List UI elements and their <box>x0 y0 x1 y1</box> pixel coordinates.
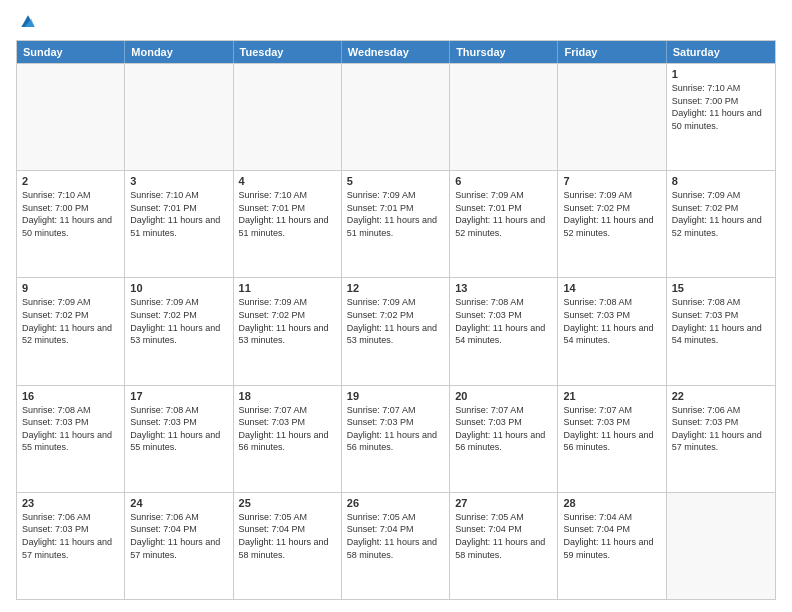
day-info: Sunrise: 7:07 AM Sunset: 7:03 PM Dayligh… <box>239 404 336 454</box>
day-number: 10 <box>130 282 227 294</box>
calendar-week-4: 16Sunrise: 7:08 AM Sunset: 7:03 PM Dayli… <box>17 385 775 492</box>
calendar-week-2: 2Sunrise: 7:10 AM Sunset: 7:00 PM Daylig… <box>17 170 775 277</box>
calendar-day-21: 21Sunrise: 7:07 AM Sunset: 7:03 PM Dayli… <box>558 386 666 492</box>
calendar-day-23: 23Sunrise: 7:06 AM Sunset: 7:03 PM Dayli… <box>17 493 125 599</box>
calendar-day-15: 15Sunrise: 7:08 AM Sunset: 7:03 PM Dayli… <box>667 278 775 384</box>
day-info: Sunrise: 7:05 AM Sunset: 7:04 PM Dayligh… <box>239 511 336 561</box>
calendar-day-12: 12Sunrise: 7:09 AM Sunset: 7:02 PM Dayli… <box>342 278 450 384</box>
day-info: Sunrise: 7:09 AM Sunset: 7:02 PM Dayligh… <box>239 296 336 346</box>
day-info: Sunrise: 7:09 AM Sunset: 7:01 PM Dayligh… <box>455 189 552 239</box>
day-info: Sunrise: 7:07 AM Sunset: 7:03 PM Dayligh… <box>455 404 552 454</box>
day-info: Sunrise: 7:10 AM Sunset: 7:00 PM Dayligh… <box>672 82 770 132</box>
day-info: Sunrise: 7:08 AM Sunset: 7:03 PM Dayligh… <box>22 404 119 454</box>
day-info: Sunrise: 7:05 AM Sunset: 7:04 PM Dayligh… <box>347 511 444 561</box>
day-info: Sunrise: 7:08 AM Sunset: 7:03 PM Dayligh… <box>563 296 660 346</box>
day-number: 23 <box>22 497 119 509</box>
day-number: 9 <box>22 282 119 294</box>
calendar-day-28: 28Sunrise: 7:04 AM Sunset: 7:04 PM Dayli… <box>558 493 666 599</box>
calendar-day-1: 1Sunrise: 7:10 AM Sunset: 7:00 PM Daylig… <box>667 64 775 170</box>
calendar-day-8: 8Sunrise: 7:09 AM Sunset: 7:02 PM Daylig… <box>667 171 775 277</box>
day-number: 11 <box>239 282 336 294</box>
calendar-day-5: 5Sunrise: 7:09 AM Sunset: 7:01 PM Daylig… <box>342 171 450 277</box>
calendar-cell-empty <box>234 64 342 170</box>
day-number: 7 <box>563 175 660 187</box>
day-number: 25 <box>239 497 336 509</box>
calendar-day-6: 6Sunrise: 7:09 AM Sunset: 7:01 PM Daylig… <box>450 171 558 277</box>
day-number: 20 <box>455 390 552 402</box>
calendar-day-18: 18Sunrise: 7:07 AM Sunset: 7:03 PM Dayli… <box>234 386 342 492</box>
day-info: Sunrise: 7:09 AM Sunset: 7:02 PM Dayligh… <box>22 296 119 346</box>
day-number: 13 <box>455 282 552 294</box>
calendar-week-3: 9Sunrise: 7:09 AM Sunset: 7:02 PM Daylig… <box>17 277 775 384</box>
day-number: 24 <box>130 497 227 509</box>
weekday-header-saturday: Saturday <box>667 41 775 63</box>
calendar-day-20: 20Sunrise: 7:07 AM Sunset: 7:03 PM Dayli… <box>450 386 558 492</box>
day-number: 14 <box>563 282 660 294</box>
day-info: Sunrise: 7:10 AM Sunset: 7:01 PM Dayligh… <box>130 189 227 239</box>
day-number: 2 <box>22 175 119 187</box>
calendar-day-25: 25Sunrise: 7:05 AM Sunset: 7:04 PM Dayli… <box>234 493 342 599</box>
day-info: Sunrise: 7:09 AM Sunset: 7:01 PM Dayligh… <box>347 189 444 239</box>
day-number: 26 <box>347 497 444 509</box>
calendar-day-7: 7Sunrise: 7:09 AM Sunset: 7:02 PM Daylig… <box>558 171 666 277</box>
day-number: 19 <box>347 390 444 402</box>
calendar-cell-empty <box>125 64 233 170</box>
day-number: 17 <box>130 390 227 402</box>
calendar-day-24: 24Sunrise: 7:06 AM Sunset: 7:04 PM Dayli… <box>125 493 233 599</box>
calendar-day-3: 3Sunrise: 7:10 AM Sunset: 7:01 PM Daylig… <box>125 171 233 277</box>
day-number: 12 <box>347 282 444 294</box>
day-info: Sunrise: 7:05 AM Sunset: 7:04 PM Dayligh… <box>455 511 552 561</box>
logo-icon <box>18 12 38 32</box>
day-number: 18 <box>239 390 336 402</box>
calendar: SundayMondayTuesdayWednesdayThursdayFrid… <box>16 40 776 600</box>
day-number: 5 <box>347 175 444 187</box>
day-info: Sunrise: 7:07 AM Sunset: 7:03 PM Dayligh… <box>347 404 444 454</box>
day-info: Sunrise: 7:09 AM Sunset: 7:02 PM Dayligh… <box>347 296 444 346</box>
calendar-cell-empty <box>667 493 775 599</box>
day-info: Sunrise: 7:06 AM Sunset: 7:04 PM Dayligh… <box>130 511 227 561</box>
day-info: Sunrise: 7:09 AM Sunset: 7:02 PM Dayligh… <box>563 189 660 239</box>
day-number: 27 <box>455 497 552 509</box>
calendar-day-4: 4Sunrise: 7:10 AM Sunset: 7:01 PM Daylig… <box>234 171 342 277</box>
day-number: 16 <box>22 390 119 402</box>
calendar-cell-empty <box>450 64 558 170</box>
day-number: 15 <box>672 282 770 294</box>
day-number: 3 <box>130 175 227 187</box>
day-number: 6 <box>455 175 552 187</box>
day-info: Sunrise: 7:08 AM Sunset: 7:03 PM Dayligh… <box>672 296 770 346</box>
day-number: 22 <box>672 390 770 402</box>
calendar-day-14: 14Sunrise: 7:08 AM Sunset: 7:03 PM Dayli… <box>558 278 666 384</box>
calendar-cell-empty <box>17 64 125 170</box>
calendar-day-9: 9Sunrise: 7:09 AM Sunset: 7:02 PM Daylig… <box>17 278 125 384</box>
weekday-header-sunday: Sunday <box>17 41 125 63</box>
page-header <box>16 12 776 32</box>
day-number: 21 <box>563 390 660 402</box>
day-number: 4 <box>239 175 336 187</box>
day-info: Sunrise: 7:09 AM Sunset: 7:02 PM Dayligh… <box>130 296 227 346</box>
calendar-day-17: 17Sunrise: 7:08 AM Sunset: 7:03 PM Dayli… <box>125 386 233 492</box>
calendar-day-10: 10Sunrise: 7:09 AM Sunset: 7:02 PM Dayli… <box>125 278 233 384</box>
day-info: Sunrise: 7:08 AM Sunset: 7:03 PM Dayligh… <box>130 404 227 454</box>
calendar-day-13: 13Sunrise: 7:08 AM Sunset: 7:03 PM Dayli… <box>450 278 558 384</box>
day-info: Sunrise: 7:09 AM Sunset: 7:02 PM Dayligh… <box>672 189 770 239</box>
calendar-body: 1Sunrise: 7:10 AM Sunset: 7:00 PM Daylig… <box>17 63 775 599</box>
calendar-header: SundayMondayTuesdayWednesdayThursdayFrid… <box>17 41 775 63</box>
day-info: Sunrise: 7:07 AM Sunset: 7:03 PM Dayligh… <box>563 404 660 454</box>
calendar-day-27: 27Sunrise: 7:05 AM Sunset: 7:04 PM Dayli… <box>450 493 558 599</box>
calendar-week-1: 1Sunrise: 7:10 AM Sunset: 7:00 PM Daylig… <box>17 63 775 170</box>
day-info: Sunrise: 7:08 AM Sunset: 7:03 PM Dayligh… <box>455 296 552 346</box>
day-number: 28 <box>563 497 660 509</box>
calendar-day-11: 11Sunrise: 7:09 AM Sunset: 7:02 PM Dayli… <box>234 278 342 384</box>
calendar-cell-empty <box>558 64 666 170</box>
day-info: Sunrise: 7:04 AM Sunset: 7:04 PM Dayligh… <box>563 511 660 561</box>
calendar-week-5: 23Sunrise: 7:06 AM Sunset: 7:03 PM Dayli… <box>17 492 775 599</box>
weekday-header-friday: Friday <box>558 41 666 63</box>
calendar-day-26: 26Sunrise: 7:05 AM Sunset: 7:04 PM Dayli… <box>342 493 450 599</box>
weekday-header-thursday: Thursday <box>450 41 558 63</box>
day-number: 8 <box>672 175 770 187</box>
calendar-day-16: 16Sunrise: 7:08 AM Sunset: 7:03 PM Dayli… <box>17 386 125 492</box>
weekday-header-wednesday: Wednesday <box>342 41 450 63</box>
day-info: Sunrise: 7:10 AM Sunset: 7:00 PM Dayligh… <box>22 189 119 239</box>
day-info: Sunrise: 7:06 AM Sunset: 7:03 PM Dayligh… <box>672 404 770 454</box>
calendar-day-2: 2Sunrise: 7:10 AM Sunset: 7:00 PM Daylig… <box>17 171 125 277</box>
